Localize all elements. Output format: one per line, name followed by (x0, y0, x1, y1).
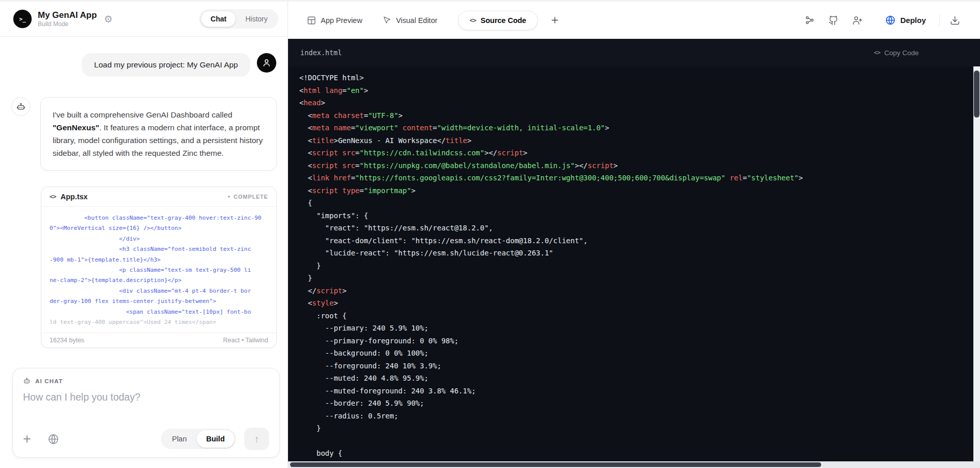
person-icon (261, 58, 272, 68)
chat-input[interactable] (23, 391, 269, 403)
composer-header: AI CHAT (23, 377, 269, 385)
code-line: } (299, 260, 980, 272)
code-line: <div className="mt-4 pt-4 border-t bor (50, 286, 268, 296)
app-logo-terminal-icon: >_ (13, 10, 32, 28)
composer-label: AI CHAT (35, 378, 63, 384)
ai-message-row: I've built a comprehensive GenAI Dashboa… (11, 97, 277, 171)
gear-icon[interactable]: ⚙ (104, 14, 113, 24)
add-tab-button[interactable] (550, 15, 560, 25)
code-line: <meta charset="UTF-8"> (299, 109, 980, 122)
code-line: <style> (299, 297, 980, 310)
plus-icon (550, 15, 560, 25)
globe-icon (885, 15, 896, 26)
copy-code-label: Copy Code (884, 49, 919, 57)
invite-button[interactable] (852, 15, 863, 26)
mode-subtitle: Build Mode (38, 20, 97, 28)
code-line: --foreground: 240 10% 3.9%; (299, 360, 980, 372)
code-line: "imports": { (299, 209, 980, 222)
code-line: der-gray-100 flex items-center justify-b… (50, 296, 268, 307)
generated-file-card: <> App.tsx ● COMPLETE <button className=… (41, 186, 277, 348)
tab-source-code[interactable]: <> Source Code (458, 11, 538, 30)
code-line: } (299, 422, 980, 435)
code-icon: <> (470, 17, 476, 24)
code-line: </div> (50, 234, 268, 244)
code-line: <script src="https://cdn.tailwindcss.com… (299, 147, 980, 159)
divider (939, 14, 940, 27)
github-button[interactable] (828, 15, 839, 26)
tab-app-preview[interactable]: App Preview (307, 16, 362, 25)
code-line: ld text-gray-400 uppercase">Used 24 time… (50, 317, 268, 327)
ai-message-card: I've built a comprehensive GenAI Dashboa… (40, 97, 277, 171)
code-line: <!DOCTYPE html> (299, 72, 980, 84)
user-avatar (257, 53, 276, 73)
horizontal-scrollbar-thumb[interactable] (290, 462, 821, 467)
code-line: ne-clamp-2">{template.description}</p> (50, 275, 268, 286)
send-button[interactable]: ↑ (244, 428, 269, 450)
chat-composer: AI CHAT + Plan Build ↑ (12, 368, 280, 458)
code-line: <head> (299, 97, 980, 109)
deploy-button[interactable]: Deploy (885, 15, 926, 26)
horizontal-scrollbar (288, 461, 980, 468)
mode-build[interactable]: Build (197, 430, 234, 448)
file-card-footer: 16234 bytes React • Tailwind (41, 333, 276, 347)
plus-icon: + (23, 434, 31, 444)
code-line: --background: 0 0% 100%; (299, 347, 980, 360)
code-line: <script type="importmap"> (299, 184, 980, 197)
tab-visual-editor[interactable]: Visual Editor (383, 16, 437, 25)
code-line: <html lang="en"> (299, 84, 980, 97)
code-line: <button className="text-gray-400 hover:t… (50, 213, 268, 223)
app-root: >_ My GenAI App Build Mode ⚙ Chat Histor… (0, 2, 980, 468)
status-label: COMPLETE (233, 194, 268, 200)
robot-icon (16, 102, 26, 111)
attach-button[interactable]: + (23, 434, 31, 444)
title-block: My GenAI App Build Mode (38, 10, 97, 28)
tab-history[interactable]: History (236, 11, 277, 27)
code-line: "react-dom/client": "https://esm.sh/reac… (299, 235, 980, 247)
copy-code-button[interactable]: <> Copy Code (874, 49, 919, 57)
composer-toolbar: + Plan Build ↑ (23, 428, 269, 450)
left-header: >_ My GenAI App Build Mode ⚙ Chat Histor… (0, 2, 288, 37)
deploy-label: Deploy (900, 16, 926, 25)
file-stack: React • Tailwind (223, 337, 268, 344)
code-line: <meta name="viewport" content="width=dev… (299, 122, 980, 134)
code-line: <title>GenNexus - AI Workspace</title> (299, 134, 980, 147)
code-line: { (299, 197, 980, 209)
download-icon (950, 15, 960, 26)
workspace-panel: App Preview Visual Editor <> Source Code (288, 2, 980, 468)
code-line: </script> (299, 285, 980, 297)
ai-avatar (11, 97, 30, 116)
arrow-up-icon: ↑ (254, 433, 259, 445)
file-name: App.tsx (60, 193, 87, 201)
status-dot-icon: ● (228, 195, 231, 199)
code-line: <link href="https://fonts.googleapis.com… (299, 172, 980, 184)
code-line: "lucide-react": "https://esm.sh/lucide-r… (299, 247, 980, 260)
download-button[interactable] (950, 15, 960, 26)
file-bytes: 16234 bytes (50, 337, 84, 344)
vertical-scrollbar (973, 66, 980, 461)
share-button[interactable] (805, 15, 815, 25)
cursor-icon (383, 16, 391, 25)
chat-panel: >_ My GenAI App Build Mode ⚙ Chat Histor… (0, 2, 288, 468)
code-line: --primary-foreground: 0 0% 98%; (299, 335, 980, 347)
code-editor: index.html <> Copy Code <!DOCTYPE html><… (288, 39, 980, 468)
code-line: <p className="text-sm text-gray-500 li (50, 265, 268, 275)
code-line: --primary: 240 5.9% 10%; (299, 322, 980, 335)
code-line: <h3 className="font-semibold text-zinc (50, 244, 268, 254)
mode-plan[interactable]: Plan (162, 430, 197, 448)
web-button[interactable] (47, 433, 59, 445)
tab-label: App Preview (321, 16, 362, 25)
code-line: :root { (299, 310, 980, 322)
code-line: <span className="text-[10px] font-bo (50, 307, 268, 317)
chat-history-toggle: Chat History (199, 9, 278, 29)
editor-filename: index.html (300, 49, 342, 57)
code-line: -900 mb-1">{template.title}</h3> (50, 255, 268, 265)
globe-icon (47, 433, 59, 445)
vertical-scrollbar-thumb[interactable] (974, 71, 979, 118)
workspace-topbar: App Preview Visual Editor <> Source Code (288, 2, 980, 39)
github-icon (828, 15, 839, 26)
code-icon: <> (874, 49, 880, 56)
tab-chat[interactable]: Chat (201, 11, 236, 27)
file-card-header: <> App.tsx ● COMPLETE (41, 187, 276, 206)
page-title: My GenAI App (38, 10, 97, 20)
tab-label: Source Code (481, 16, 526, 25)
